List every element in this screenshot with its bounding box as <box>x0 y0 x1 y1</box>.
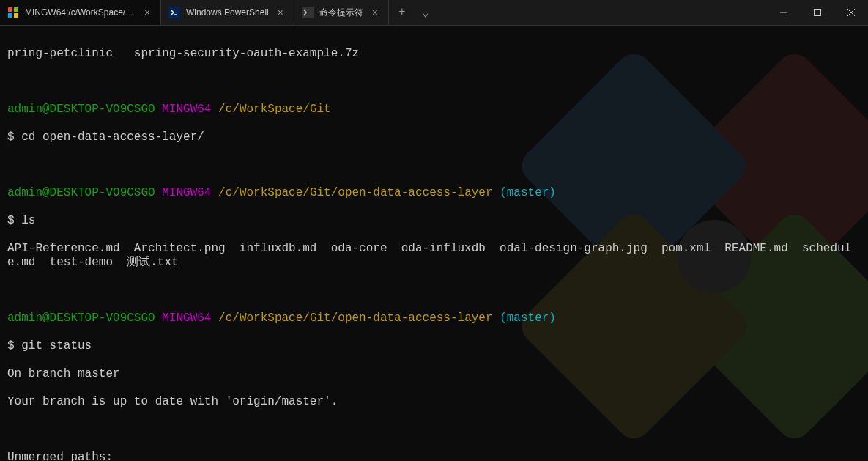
prompt-branch-close: ) <box>549 311 556 325</box>
close-icon[interactable]: × <box>141 7 153 18</box>
svg-rect-7 <box>815 10 821 16</box>
ls-output: API-Reference.md Architect.png influxdb.… <box>7 242 861 270</box>
prompt-line: admin@DESKTOP-VO9CSGO MINGW64 /c/WorkSpa… <box>7 311 861 325</box>
prompt-line: admin@DESKTOP-VO9CSGO MINGW64 /c/WorkSpa… <box>7 186 861 200</box>
close-icon[interactable]: × <box>369 7 381 18</box>
tab-actions: + ⌄ <box>389 0 439 25</box>
command-line: $ ls <box>7 214 861 228</box>
prompt-user: admin@DESKTOP-VO9CSGO <box>7 186 155 199</box>
prompt-user: admin@DESKTOP-VO9CSGO <box>7 103 155 116</box>
blank-line <box>7 75 861 89</box>
powershell-icon <box>168 7 180 18</box>
prompt-branch: master <box>507 186 549 199</box>
tab-title: MINGW64:/c/WorkSpace/Git/op <box>25 7 136 18</box>
git-status-line: On branch master <box>7 367 861 381</box>
command-line: $ git status <box>7 339 861 353</box>
new-tab-button[interactable]: + <box>395 6 409 19</box>
prompt-path: /c/WorkSpace/Git/open-data-access-layer <box>218 186 492 199</box>
prompt-line: admin@DESKTOP-VO9CSGO MINGW64 /c/WorkSpa… <box>7 103 861 117</box>
tab-dropdown-button[interactable]: ⌄ <box>418 5 433 20</box>
svg-rect-2 <box>8 13 12 18</box>
prompt-branch-open: ( <box>493 311 507 325</box>
svg-rect-5 <box>302 7 314 18</box>
blank-line <box>7 423 861 437</box>
tab-cmd[interactable]: 命令提示符 × <box>294 0 389 25</box>
prompt-shell: MINGW64 <box>162 103 211 116</box>
git-status-line: Your branch is up to date with 'origin/m… <box>7 395 861 409</box>
window-controls <box>767 0 868 25</box>
tab-powershell[interactable]: Windows PowerShell × <box>161 0 294 25</box>
close-window-button[interactable] <box>834 0 868 25</box>
maximize-button[interactable] <box>801 0 834 25</box>
prompt-branch-close: ) <box>549 186 556 199</box>
prompt-user: admin@DESKTOP-VO9CSGO <box>7 311 155 325</box>
svg-rect-3 <box>14 13 18 18</box>
prompt-shell: MINGW64 <box>162 311 211 325</box>
tab-title: 命令提示符 <box>319 7 363 19</box>
close-icon[interactable]: × <box>275 7 286 18</box>
tab-title: Windows PowerShell <box>186 7 269 18</box>
minimize-button[interactable] <box>767 0 801 25</box>
prompt-shell: MINGW64 <box>162 186 211 199</box>
svg-rect-0 <box>8 7 12 12</box>
prompt-path: /c/WorkSpace/Git <box>218 103 331 116</box>
tabs-container: MINGW64:/c/WorkSpace/Git/op × Windows Po… <box>0 0 767 25</box>
blank-line <box>7 158 861 172</box>
tab-mingw64[interactable]: MINGW64:/c/WorkSpace/Git/op × <box>0 0 161 25</box>
prompt-path: /c/WorkSpace/Git/open-data-access-layer <box>218 311 492 325</box>
prompt-branch-open: ( <box>493 186 507 199</box>
svg-rect-1 <box>14 7 18 12</box>
output-line: pring-petclinic spring-security-oauth-ex… <box>7 47 861 61</box>
git-bash-icon <box>7 7 19 18</box>
blank-line <box>7 284 861 298</box>
git-status-line: Unmerged paths: <box>7 451 861 461</box>
command-line: $ cd open-data-access-layer/ <box>7 130 861 144</box>
prompt-branch: master <box>507 311 549 325</box>
cmd-icon <box>302 7 314 18</box>
terminal-output[interactable]: pring-petclinic spring-security-oauth-ex… <box>0 26 868 461</box>
